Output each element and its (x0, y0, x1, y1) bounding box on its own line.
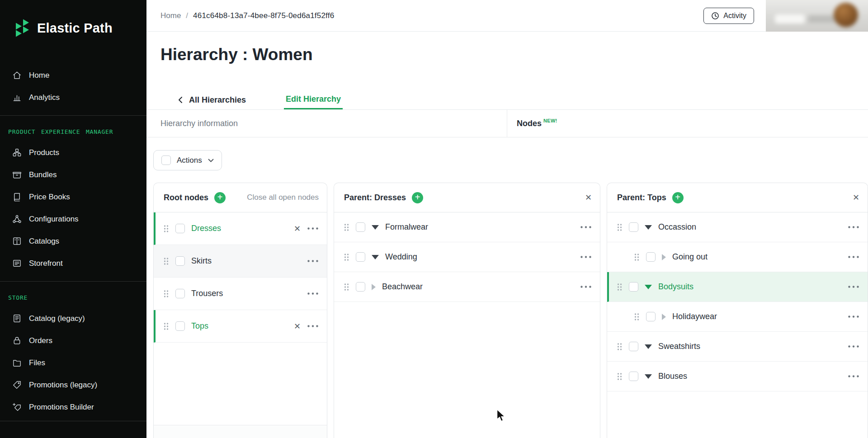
drag-handle-icon[interactable] (634, 312, 640, 321)
promotions-legacy-icon (12, 380, 22, 390)
collapse-icon[interactable] (645, 374, 652, 379)
sidebar-item-storefront[interactable]: Storefront (0, 252, 146, 274)
row-menu-icon[interactable] (848, 375, 859, 378)
node-row[interactable]: Going out (607, 242, 868, 272)
close-column-icon[interactable]: ✕ (585, 193, 592, 202)
sidebar-item-home[interactable]: Home (0, 64, 146, 86)
node-row[interactable]: Beachwear (334, 272, 600, 302)
row-menu-icon[interactable] (848, 285, 859, 288)
drag-handle-icon[interactable] (344, 223, 349, 232)
row-checkbox[interactable] (175, 289, 185, 298)
close-node-icon[interactable]: ✕ (294, 225, 301, 233)
tab-edit-hierarchy[interactable]: Edit Hierarchy (284, 90, 343, 109)
section-hierarchy-information[interactable]: Hierarchy information (146, 110, 507, 137)
collapse-icon[interactable] (372, 225, 379, 230)
row-menu-icon[interactable] (848, 315, 859, 318)
row-checkbox[interactable] (646, 252, 656, 262)
row-checkbox[interactable] (356, 222, 365, 232)
row-checkbox[interactable] (629, 372, 638, 381)
add-node-button[interactable]: + (214, 192, 226, 203)
row-checkbox[interactable] (629, 282, 638, 292)
row-checkbox[interactable] (356, 282, 365, 292)
node-label: Dresses (191, 224, 288, 233)
drag-handle-icon[interactable] (617, 283, 623, 292)
section-label: Hierarchy information (160, 119, 238, 128)
sidebar-item-promotions-builder[interactable]: Promotions Builder (0, 396, 146, 418)
drag-handle-icon[interactable] (163, 322, 169, 331)
drag-handle-icon[interactable] (163, 289, 169, 298)
breadcrumb-home-link[interactable]: Home (160, 11, 181, 20)
row-menu-icon[interactable] (307, 325, 319, 328)
collapse-icon[interactable] (645, 285, 652, 289)
parent-tops-column: Parent: Tops + ✕ Occassion Going out (607, 183, 868, 438)
node-row-selected[interactable]: Bodysuits (607, 272, 868, 302)
row-menu-icon[interactable] (848, 345, 859, 348)
row-menu-icon[interactable] (307, 227, 319, 230)
drag-handle-icon[interactable] (344, 253, 349, 262)
root-node-row[interactable]: Skirts (154, 245, 327, 278)
row-checkbox[interactable] (175, 321, 185, 331)
add-node-button[interactable]: + (412, 192, 423, 203)
row-menu-icon[interactable] (848, 255, 859, 259)
node-row[interactable]: Holidaywear (607, 302, 868, 332)
row-menu-icon[interactable] (580, 285, 592, 288)
drag-handle-icon[interactable] (617, 372, 623, 381)
row-checkbox[interactable] (356, 252, 365, 262)
expand-icon[interactable] (662, 254, 666, 260)
close-column-icon[interactable]: ✕ (853, 193, 859, 202)
collapse-icon[interactable] (645, 344, 652, 349)
tab-all-hierarchies[interactable]: All Hierarchies (178, 90, 246, 109)
drag-handle-icon[interactable] (617, 223, 623, 232)
node-row[interactable]: Formalwear (334, 212, 600, 242)
row-menu-icon[interactable] (848, 226, 859, 229)
expand-icon[interactable] (662, 314, 666, 320)
node-label: Beachwear (382, 282, 574, 292)
node-row[interactable]: Wedding (334, 242, 600, 272)
drag-handle-icon[interactable] (617, 342, 623, 351)
close-all-open-nodes-link[interactable]: Close all open nodes (247, 193, 319, 202)
row-checkbox[interactable] (629, 342, 638, 351)
sidebar-item-orders[interactable]: Orders (0, 330, 146, 352)
blurred-store-info (766, 0, 868, 32)
node-row[interactable]: Sweatshirts (607, 332, 868, 362)
row-menu-icon[interactable] (580, 226, 592, 229)
row-checkbox[interactable] (175, 256, 185, 266)
sidebar-item-catalog-legacy[interactable]: Catalog (legacy) (0, 307, 146, 330)
add-node-button[interactable]: + (672, 192, 684, 203)
node-row[interactable]: Occassion (607, 212, 868, 242)
select-all-checkbox[interactable] (161, 155, 171, 165)
row-menu-icon[interactable] (580, 255, 592, 259)
sidebar-item-label: Bundles (29, 170, 57, 179)
drag-handle-icon[interactable] (344, 283, 349, 292)
node-row[interactable]: Blouses (607, 362, 868, 391)
row-menu-icon[interactable] (307, 292, 319, 295)
actions-dropdown[interactable]: Actions (153, 150, 222, 170)
sidebar-item-catalogs[interactable]: Catalogs (0, 230, 146, 252)
row-checkbox[interactable] (175, 224, 185, 233)
row-checkbox[interactable] (629, 222, 638, 232)
sidebar-nav: Home Analytics PRODUCT EXPERIENCE MANAGE… (0, 64, 146, 421)
sidebar-item-configurations[interactable]: Configurations (0, 208, 146, 230)
node-label: Skirts (191, 256, 301, 266)
sidebar-item-bundles[interactable]: Bundles (0, 164, 146, 186)
row-menu-icon[interactable] (307, 259, 319, 263)
expand-icon[interactable] (372, 284, 376, 290)
sidebar-item-products[interactable]: Products (0, 141, 146, 164)
drag-handle-icon[interactable] (163, 257, 169, 266)
sidebar-item-price-books[interactable]: Price Books (0, 186, 146, 208)
storefront-icon (12, 258, 22, 268)
activity-button[interactable]: Activity (703, 8, 754, 24)
root-node-row[interactable]: Dresses ✕ (154, 212, 327, 245)
drag-handle-icon[interactable] (163, 224, 169, 233)
section-nodes[interactable]: Nodes NEW! (507, 110, 868, 137)
sidebar-item-analytics[interactable]: Analytics (0, 86, 146, 108)
sidebar-item-files[interactable]: Files (0, 352, 146, 374)
drag-handle-icon[interactable] (634, 253, 640, 262)
collapse-icon[interactable] (645, 225, 652, 230)
sidebar-item-promotions-legacy[interactable]: Promotions (legacy) (0, 374, 146, 396)
root-node-row[interactable]: Trousers (154, 278, 327, 310)
collapse-icon[interactable] (372, 255, 379, 259)
close-node-icon[interactable]: ✕ (294, 322, 301, 330)
root-node-row[interactable]: Tops ✕ (154, 310, 327, 343)
row-checkbox[interactable] (646, 312, 656, 321)
